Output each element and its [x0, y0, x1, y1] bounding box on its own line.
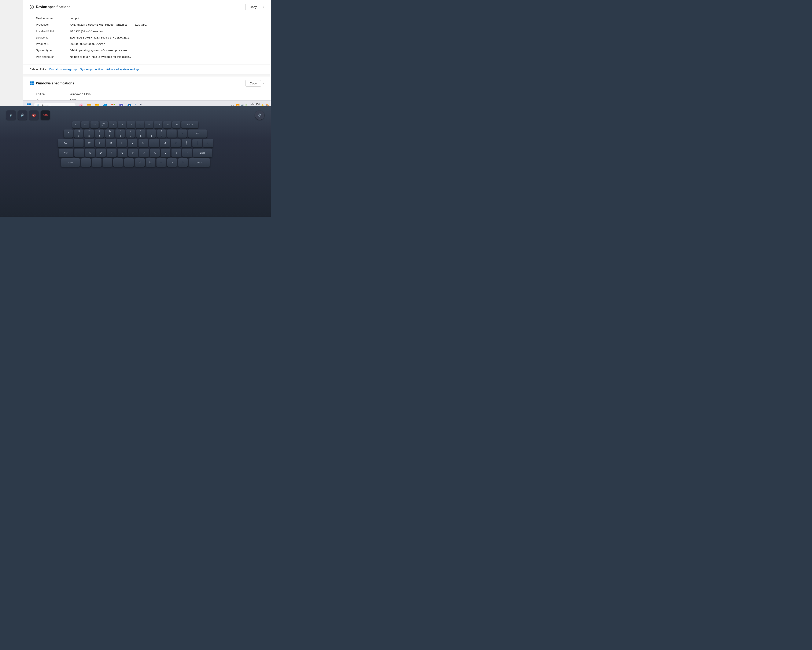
key-volume-down[interactable]: 🔉: [6, 110, 16, 120]
key-j[interactable]: J: [139, 148, 149, 157]
key-9[interactable]: (9: [147, 130, 156, 138]
key-backtick[interactable]: ~`: [64, 130, 73, 138]
section-separator: [23, 74, 271, 75]
key-shift-right[interactable]: Shift ⇧: [189, 158, 210, 167]
key-x[interactable]: [92, 158, 102, 167]
key-v[interactable]: [113, 158, 123, 167]
key-t[interactable]: T: [117, 139, 127, 147]
svg-rect-10: [87, 104, 89, 105]
bezel-dot-3: [140, 104, 142, 105]
key-power[interactable]: ⏻: [255, 110, 264, 120]
number-key-row: ~` @2 #3 $4 %5 ^6 &7 *8 (9 )0 - = ⌫: [64, 130, 207, 138]
key-r[interactable]: R: [106, 139, 116, 147]
key-l[interactable]: L: [161, 148, 171, 157]
key-u[interactable]: U: [139, 139, 148, 147]
key-e[interactable]: E: [95, 139, 105, 147]
key-f10[interactable]: F10: [154, 121, 162, 128]
related-link-domain[interactable]: Domain or workgroup: [49, 68, 76, 71]
key-capslock[interactable]: Caps: [59, 148, 73, 157]
spec-row-processor: Processor AMD Ryzen 7 5800HS with Radeon…: [36, 23, 264, 27]
key-enter[interactable]: Enter: [193, 148, 212, 157]
related-links-row: Related links Domain or workgroup System…: [23, 64, 271, 74]
key-n[interactable]: N: [135, 158, 145, 167]
key-6[interactable]: ^6: [116, 130, 125, 138]
key-quote[interactable]: ": [182, 148, 192, 157]
spec-row-system-type: System type 64-bit operating system, x64…: [36, 48, 264, 52]
key-slash[interactable]: ?: [178, 158, 188, 167]
key-f7[interactable]: F7: [127, 121, 135, 128]
key-d[interactable]: D: [96, 148, 106, 157]
key-5[interactable]: %5: [105, 130, 114, 138]
related-link-system-protection[interactable]: System protection: [80, 68, 103, 71]
svg-rect-17: [114, 104, 115, 106]
key-f2[interactable]: F2: [81, 121, 89, 128]
info-icon: i: [30, 5, 34, 9]
key-backspace[interactable]: ⌫: [188, 130, 207, 138]
related-link-advanced[interactable]: Advanced system settings: [106, 68, 139, 71]
key-shift-left[interactable]: ⇧ Shift: [61, 158, 80, 167]
key-i[interactable]: I: [149, 139, 159, 147]
key-equals[interactable]: =: [178, 130, 187, 138]
key-f11[interactable]: F11: [163, 121, 171, 128]
key-a[interactable]: [75, 148, 84, 157]
spec-value-system-type: 64-bit operating system, x64-based proce…: [70, 48, 264, 52]
key-semicolon[interactable]: :: [171, 148, 181, 157]
device-specs-title-row: i Device specifications: [30, 5, 70, 9]
key-z[interactable]: [81, 158, 91, 167]
key-delete[interactable]: Delete: [182, 121, 198, 128]
key-4[interactable]: $4: [95, 130, 104, 138]
key-8[interactable]: *8: [136, 130, 145, 138]
windows-specs-chevron: ∧: [263, 82, 264, 84]
settings-panel: i Device specifications Copy ∧ Device na…: [23, 0, 271, 112]
key-tab[interactable]: Tab: [58, 139, 73, 147]
windows-specs-copy-button[interactable]: Copy: [245, 80, 261, 87]
key-mute[interactable]: 🔇: [29, 110, 38, 120]
key-h[interactable]: H: [128, 148, 138, 157]
key-f6[interactable]: F6: [118, 121, 126, 128]
key-bracket-open[interactable]: {[: [182, 139, 191, 147]
key-w[interactable]: W: [85, 139, 94, 147]
key-k[interactable]: K: [150, 148, 160, 157]
spec-row-edition: Edition Windows 11 Pro: [36, 92, 264, 96]
key-g[interactable]: G: [118, 148, 127, 157]
svg-rect-5: [29, 104, 31, 106]
key-f[interactable]: F: [107, 148, 116, 157]
key-f4[interactable]: AURAF4: [99, 121, 108, 128]
spec-label-system-type: System type: [36, 48, 70, 52]
spec-value-ram: 40.0 GB (39.4 GB usable): [70, 29, 264, 34]
key-f12[interactable]: F12: [172, 121, 180, 128]
device-specs-header: i Device specifications Copy ∧: [23, 0, 271, 13]
key-comma[interactable]: <: [156, 158, 166, 167]
key-volume-up[interactable]: 🔊: [18, 110, 27, 120]
key-f9[interactable]: F9: [145, 121, 153, 128]
asdf-row: Caps S D F G H J K L : " Enter: [59, 148, 212, 157]
key-f5[interactable]: F5: [109, 121, 117, 128]
bezel-dot-2: [135, 104, 136, 105]
key-bracket-close[interactable]: }]: [192, 139, 202, 147]
key-3[interactable]: #3: [84, 130, 94, 138]
key-o[interactable]: O: [160, 139, 170, 147]
key-b[interactable]: [124, 158, 134, 167]
key-q[interactable]: [74, 139, 84, 147]
key-f8[interactable]: F8: [136, 121, 144, 128]
key-f1[interactable]: F1: [72, 121, 80, 128]
device-specs-copy-button[interactable]: Copy: [245, 4, 261, 10]
key-c[interactable]: [102, 158, 112, 167]
key-s[interactable]: S: [85, 148, 95, 157]
zxcv-row: ⇧ Shift N M < > ? Shift ⇧: [61, 158, 210, 167]
key-2[interactable]: @2: [74, 130, 83, 138]
key-minus[interactable]: -: [167, 130, 177, 138]
key-f3[interactable]: F3: [90, 121, 99, 128]
key-rog-logo[interactable]: ROG: [41, 110, 50, 120]
svg-rect-2: [30, 83, 32, 85]
key-p[interactable]: P: [171, 139, 180, 147]
key-m[interactable]: M: [146, 158, 156, 167]
key-backslash[interactable]: |\: [203, 139, 213, 147]
key-period[interactable]: >: [167, 158, 177, 167]
windows-specs-title-row: Windows specifications: [30, 81, 74, 86]
key-y[interactable]: Y: [128, 139, 137, 147]
windows-specs-title: Windows specifications: [36, 81, 74, 85]
key-7[interactable]: &7: [126, 130, 135, 138]
device-specs-title: Device specifications: [36, 5, 70, 9]
key-0[interactable]: )0: [157, 130, 166, 138]
